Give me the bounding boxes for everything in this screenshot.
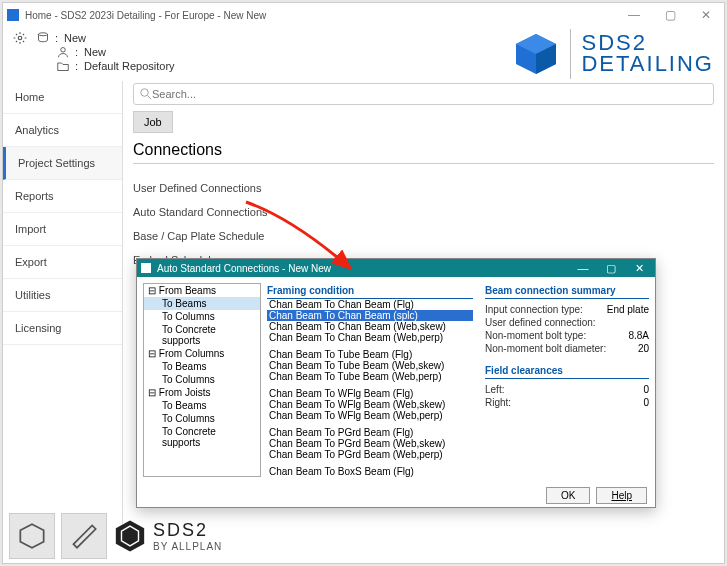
- framing-condition-item[interactable]: Chan Beam To Tube Beam (Flg): [267, 349, 473, 360]
- framing-condition-item[interactable]: Chan Beam To Chan Beam (Flg): [267, 299, 473, 310]
- sidebar-item-home[interactable]: Home: [3, 81, 122, 114]
- framing-condition-list[interactable]: Chan Beam To Chan Beam (Flg)Chan Beam To…: [267, 298, 473, 477]
- tree-group[interactable]: ⊟ From Beams: [144, 284, 260, 297]
- cube-icon: [512, 30, 560, 78]
- footer-ruler-icon: [61, 513, 107, 559]
- framing-condition-header: Framing condition: [267, 283, 473, 298]
- sidebar-item-export[interactable]: Export: [3, 246, 122, 279]
- dialog-icon: [141, 263, 151, 273]
- dialog-tree[interactable]: ⊟ From BeamsTo BeamsTo ColumnsTo Concret…: [143, 283, 261, 477]
- framing-condition-item[interactable]: Chan Beam To Tube Beam (Web,skew): [267, 360, 473, 371]
- database-icon: [37, 32, 49, 44]
- tree-item[interactable]: To Beams: [144, 297, 260, 310]
- job-tab[interactable]: Job: [133, 111, 173, 133]
- brand-logo: SDS2 DETAILING: [512, 29, 714, 79]
- minimize-button[interactable]: —: [620, 8, 648, 22]
- tree-item[interactable]: To Columns: [144, 373, 260, 386]
- sidebar: Home Analytics Project Settings Reports …: [3, 81, 123, 537]
- footer-brand: SDS2 BY ALLPLAN: [9, 513, 222, 559]
- close-button[interactable]: ✕: [692, 8, 720, 22]
- window-controls: — ▢ ✕: [620, 8, 720, 22]
- clearances-header: Field clearances: [485, 363, 649, 379]
- svg-point-1: [39, 33, 48, 36]
- svg-point-6: [141, 89, 149, 97]
- framing-condition-panel: Framing condition Chan Beam To Chan Beam…: [267, 283, 473, 477]
- search-icon: [140, 88, 152, 100]
- sidebar-item-import[interactable]: Import: [3, 213, 122, 246]
- auto-standard-dialog: Auto Standard Connections - New New — ▢ …: [136, 258, 656, 508]
- svg-marker-7: [20, 524, 43, 547]
- help-button[interactable]: Help: [596, 487, 647, 504]
- sidebar-item-reports[interactable]: Reports: [3, 180, 122, 213]
- user-icon: [57, 46, 69, 58]
- footer-line1: SDS2: [153, 520, 222, 541]
- framing-condition-item[interactable]: Chan Beam To PGrd Beam (Web,perp): [267, 449, 473, 460]
- dialog-title: Auto Standard Connections - New New: [157, 263, 331, 274]
- footer-cube-icon: [9, 513, 55, 559]
- tree-user[interactable]: :New: [33, 45, 175, 59]
- folder-icon: [57, 60, 69, 72]
- svg-marker-8: [116, 520, 144, 551]
- framing-condition-item[interactable]: Chan Beam To PGrd Beam (Web,skew): [267, 438, 473, 449]
- tree-group[interactable]: ⊟ From Joists: [144, 386, 260, 399]
- sidebar-item-utilities[interactable]: Utilities: [3, 279, 122, 312]
- search-bar[interactable]: [133, 83, 714, 105]
- summary-row: User defined connection:: [485, 316, 649, 329]
- dialog-maximize[interactable]: ▢: [599, 262, 623, 275]
- tree-group[interactable]: ⊟ From Columns: [144, 347, 260, 360]
- tree-item[interactable]: To Columns: [144, 310, 260, 323]
- dialog-minimize[interactable]: —: [571, 262, 595, 275]
- link-user-defined[interactable]: User Defined Connections: [133, 176, 714, 200]
- summary-row: Non-moment bolt diameter:20: [485, 342, 649, 355]
- framing-condition-item[interactable]: Chan Beam To Tube Beam (Web,perp): [267, 371, 473, 382]
- app-icon: [7, 9, 19, 21]
- tree-item[interactable]: To Concrete supports: [144, 425, 260, 449]
- summary-row: Non-moment bolt type:8.8A: [485, 329, 649, 342]
- link-auto-standard[interactable]: Auto Standard Connections: [133, 200, 714, 224]
- svg-point-0: [18, 36, 22, 40]
- maximize-button[interactable]: ▢: [656, 8, 684, 22]
- section-title: Connections: [133, 141, 714, 164]
- link-base-cap[interactable]: Base / Cap Plate Schedule: [133, 224, 714, 248]
- framing-condition-item[interactable]: Chan Beam To Chan Beam (Web,skew): [267, 321, 473, 332]
- framing-condition-item[interactable]: Chan Beam To WFlg Beam (Web,perp): [267, 410, 473, 421]
- project-tree: :New :New :Default Repository: [33, 31, 175, 73]
- framing-condition-item[interactable]: Chan Beam To Chan Beam (splc): [267, 310, 473, 321]
- svg-point-2: [61, 48, 66, 53]
- dialog-close[interactable]: ✕: [627, 262, 651, 275]
- summary-row: Input connection type:End plate: [485, 303, 649, 316]
- tree-item[interactable]: To Concrete supports: [144, 323, 260, 347]
- sidebar-item-licensing[interactable]: Licensing: [3, 312, 122, 345]
- tree-item[interactable]: To Beams: [144, 399, 260, 412]
- framing-condition-item[interactable]: Chan Beam To WFlg Beam (Web,skew): [267, 399, 473, 410]
- summary-row: Right:0: [485, 396, 649, 409]
- footer-line2: BY ALLPLAN: [153, 541, 222, 552]
- ok-button[interactable]: OK: [546, 487, 590, 504]
- tree-repo[interactable]: :Default Repository: [33, 59, 175, 73]
- sidebar-item-project-settings[interactable]: Project Settings: [3, 147, 122, 180]
- summary-header: Beam connection summary: [485, 283, 649, 299]
- tree-root[interactable]: :New: [33, 31, 175, 45]
- footer-hex-icon: [113, 519, 147, 553]
- tree-item[interactable]: To Beams: [144, 360, 260, 373]
- gear-icon[interactable]: [13, 31, 27, 45]
- framing-condition-item[interactable]: Chan Beam To Chan Beam (Web,perp): [267, 332, 473, 343]
- dialog-titlebar: Auto Standard Connections - New New — ▢ …: [137, 259, 655, 277]
- framing-condition-item[interactable]: Chan Beam To WFlg Beam (Flg): [267, 388, 473, 399]
- search-input[interactable]: [152, 88, 707, 100]
- window-title: Home - SDS2 2023i Detailing - For Europe…: [25, 10, 266, 21]
- tree-item[interactable]: To Columns: [144, 412, 260, 425]
- framing-condition-item[interactable]: Chan Beam To PGrd Beam (Flg): [267, 427, 473, 438]
- sidebar-item-analytics[interactable]: Analytics: [3, 114, 122, 147]
- brand-text: SDS2 DETAILING: [581, 33, 714, 75]
- titlebar: Home - SDS2 2023i Detailing - For Europe…: [3, 3, 724, 27]
- framing-condition-item[interactable]: Chan Beam To BoxS Beam (Flg): [267, 466, 473, 477]
- summary-panel: Beam connection summary Input connection…: [479, 283, 649, 477]
- summary-row: Left:0: [485, 383, 649, 396]
